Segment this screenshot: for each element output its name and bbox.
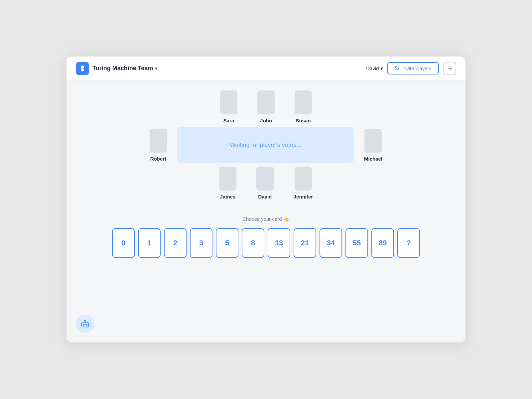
vote-card-1[interactable]: 1 <box>138 228 161 258</box>
player-john: John <box>257 90 275 123</box>
choose-label: Choose your card 👆 <box>242 216 290 222</box>
team-name[interactable]: Turing Machine Team ▾ <box>92 65 157 72</box>
cards-row: 0123581321345589? <box>112 228 420 258</box>
user-name-text: David <box>366 66 379 71</box>
player-name-susan: Susan <box>296 118 311 123</box>
player-michael: Michael <box>364 129 382 162</box>
team-chevron-icon: ▾ <box>155 66 157 71</box>
vote-card-3[interactable]: 3 <box>190 228 212 258</box>
player-card-susan <box>295 90 312 114</box>
app-window: Turing Machine Team ▾ David ▾ Invite pla… <box>66 57 466 342</box>
team-name-text: Turing Machine Team <box>92 65 153 72</box>
header: Turing Machine Team ▾ David ▾ Invite pla… <box>66 57 466 80</box>
player-card-james <box>219 167 236 191</box>
player-card-john <box>257 90 275 114</box>
user-menu[interactable]: David ▾ <box>366 66 383 71</box>
player-name-sara: Sara <box>223 118 234 123</box>
middle-player-row: Robert Waiting for player's votes... Mic… <box>150 127 382 163</box>
player-name-john: John <box>260 118 272 123</box>
app-logo-icon <box>76 62 89 75</box>
player-susan: Susan <box>295 90 312 123</box>
vote-card-13[interactable]: 13 <box>268 228 290 258</box>
player-sara: Sara <box>220 90 237 123</box>
player-name-robert: Robert <box>150 156 166 162</box>
vote-card-8[interactable]: 8 <box>242 228 264 258</box>
poker-table: Sara John Susan Robert Waiting fo <box>150 90 382 203</box>
player-card-david <box>256 167 274 191</box>
player-david: David <box>256 167 274 200</box>
svg-point-13 <box>84 320 86 322</box>
vote-card-2[interactable]: 2 <box>164 228 187 258</box>
player-card-sara <box>220 90 237 114</box>
player-james: James <box>219 167 236 200</box>
user-chevron-icon: ▾ <box>380 66 383 71</box>
player-card-jennifer <box>295 167 312 191</box>
player-name-jennifer: Jennifer <box>294 194 313 200</box>
vote-card-55[interactable]: 55 <box>345 228 368 258</box>
vote-card-0[interactable]: 0 <box>112 228 135 258</box>
player-name-james: James <box>220 194 235 200</box>
waiting-box: Waiting for player's votes... <box>177 127 354 163</box>
player-robert: Robert <box>150 129 167 162</box>
invite-players-button[interactable]: Invite players <box>387 62 439 74</box>
player-card-michael <box>364 129 382 153</box>
svg-rect-9 <box>82 322 89 327</box>
vote-card-5[interactable]: 5 <box>216 228 238 258</box>
waiting-text: Waiting for player's votes... <box>230 142 301 149</box>
top-player-row: Sara John Susan <box>220 90 312 123</box>
vote-card-34[interactable]: 34 <box>320 228 342 258</box>
player-name-david: David <box>258 194 272 200</box>
svg-point-10 <box>83 324 84 326</box>
bot-button[interactable] <box>76 315 94 333</box>
choose-card-section: Choose your card 👆 0123581321345589? <box>112 216 420 258</box>
logo-area: Turing Machine Team ▾ <box>76 62 157 75</box>
bottom-player-row: James David Jennifer <box>219 167 313 200</box>
svg-point-11 <box>86 324 87 326</box>
vote-card-21[interactable]: 21 <box>294 228 316 258</box>
list-button[interactable] <box>443 62 456 75</box>
header-right: David ▾ Invite players <box>366 62 456 75</box>
player-jennifer: Jennifer <box>294 167 313 200</box>
vote-card-89[interactable]: 89 <box>371 228 394 258</box>
invite-label: Invite players <box>402 66 432 71</box>
main-content: Sara John Susan Robert Waiting fo <box>66 80 466 342</box>
player-card-robert <box>150 129 167 153</box>
svg-point-0 <box>395 66 397 68</box>
player-name-michael: Michael <box>364 156 382 162</box>
vote-card-?[interactable]: ? <box>397 228 420 258</box>
